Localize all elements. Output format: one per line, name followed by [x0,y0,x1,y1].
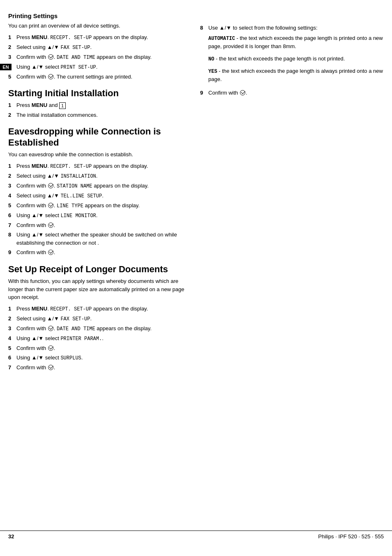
step-item: 1 Press MENU. RECEPT. SET-UP appears on … [8,162,188,170]
step-content: Confirm with . [16,364,188,372]
step-number: 1 [8,305,16,313]
step-item: 4 Select using ▲/▼ TEL.LINE SETUP. [8,192,188,200]
menu-bold: MENU [32,306,47,312]
mono-text: LINE TYPE [57,203,83,209]
step-number: 1 [8,162,16,170]
step-content: The initial installation commences. [16,111,188,119]
step-content: Confirm with . DATE AND TIME appears on … [16,324,188,333]
menu-bold: MENU [32,163,47,169]
automatic-option: AUTOMATIC - the text which exceeds the p… [208,34,384,51]
eavesdropping-title: Eavesdropping while Connection is Establ… [8,126,188,148]
mono-text: DATE AND TIME [57,326,95,332]
printing-settings-intro: You can print an overview of all device … [8,22,188,30]
confirm-icon [240,90,245,95]
step-content: Confirm with . [16,221,188,229]
step-number: 7 [8,221,16,229]
page: EN Printing Settings You can print an ov… [0,0,392,556]
step-item: 2 Select using ▲/▼ FAX SET-UP. [8,43,188,51]
right-col-step8: 8 Use ▲/▼ to select from the following s… [200,25,384,31]
step-number: 9 [200,90,208,96]
step-content: Confirm with . The current settings are … [16,73,188,81]
step-number: 2 [8,111,16,119]
printing-settings-section: Printing Settings You can print an overv… [8,12,188,81]
step-item: 5 Confirm with . [8,344,188,352]
step-item: 3 Confirm with . STATION NAME appears on… [8,182,188,190]
step-item: 4 Using ▲/▼ select PRINT SET-UP. [8,63,188,71]
mono-text: FAX SET-UP [60,316,90,322]
step-number: 3 [8,53,16,61]
confirm-icon [48,203,53,208]
no-desc: - the text which exceeds the page length… [214,56,345,62]
step-item: 7 Confirm with . [8,364,188,372]
menu-bold: MENU [32,34,47,40]
step-content: Confirm with . STATION NAME appears on t… [16,182,188,190]
step-content: Confirm with . [16,344,188,352]
starting-initial-section: Starting Initial Installation 1 Press ME… [8,88,188,119]
step-number: 3 [8,182,16,190]
mono-text: PRINT SET-UP [60,65,96,70]
step-item: 5 Confirm with . LINE TYPE appears on th… [8,202,188,210]
yes-desc: - the text which exceeds the page length… [208,68,383,82]
step-item: 9 Confirm with . [8,248,188,257]
confirm-icon [48,326,53,331]
step-number: 4 [8,192,16,200]
step-number: 8 [200,25,208,31]
mono-text: STATION NAME [57,183,92,189]
step-content: Press MENU. RECEPT. SET-UP appears on th… [16,33,188,42]
set-up-receipt-title: Set Up Receipt of Longer Documents [8,264,188,275]
mono-text: TEL.LINE SETUP [60,193,102,199]
step-content: Confirm with . DATE AND TIME appears on … [16,53,188,61]
eavesdropping-steps: 1 Press MENU. RECEPT. SET-UP appears on … [8,162,188,257]
bottom-bar: 32 Philips · IPF 520 · 525 · 555 [0,531,392,540]
mono-text: INSTALLATION [60,174,96,179]
step-number: 4 [8,334,16,343]
step-item: 2 Select using ▲/▼ INSTALLATION. [8,172,188,180]
confirm-icon [48,74,53,79]
confirm-icon [48,183,53,188]
right-col-step9: 9 Confirm with . [200,90,384,96]
yes-label: YES [208,69,217,74]
mono-text: FAX SET-UP [60,45,90,51]
step-item: 6 Using ▲/▼ select SURPLUS. [8,354,188,362]
left-column: Printing Settings You can print an overv… [8,12,196,531]
eavesdropping-section: Eavesdropping while Connection is Establ… [8,126,188,256]
step-content: Confirm with . LINE TYPE appears on the … [16,202,188,210]
step-item: 1 Press MENU and 1 [8,101,188,109]
step-item: 1 Press MENU. RECEPT. SET-UP appears on … [8,305,188,313]
step-content: Use ▲/▼ to select from the following set… [208,25,384,31]
step-number: 1 [8,101,16,109]
box-number: 1 [59,102,66,109]
step-content: Using ▲/▼ select PRINTER PARAM.. [16,334,188,343]
mono-text: RECEPT. SET-UP [50,35,92,41]
automatic-label: AUTOMATIC [208,36,235,42]
step-number: 2 [8,43,16,51]
step-number: 9 [8,248,16,257]
step-content: Using ▲/▼ select SURPLUS. [16,354,188,362]
step-number: 8 [8,231,16,247]
printing-settings-steps: 1 Press MENU. RECEPT. SET-UP appears on … [8,33,188,81]
confirm-icon [48,222,53,228]
mono-text: DATE AND TIME [57,55,95,60]
eavesdropping-intro: You can eavesdrop while the connection i… [8,151,188,159]
step-number: 5 [8,73,16,81]
step-item: 2 Select using ▲/▼ FAX SET-UP. [8,315,188,323]
confirm-icon [48,250,53,255]
step-item: 3 Confirm with . DATE AND TIME appears o… [8,53,188,61]
step-number: 5 [8,202,16,210]
step-content: Using ▲/▼ select LINE MONITOR. [16,211,188,220]
step-content: Confirm with . [16,248,188,257]
no-label: NO [208,56,214,62]
step-number: 2 [8,172,16,180]
step-item: 1 Press MENU. RECEPT. SET-UP appears on … [8,33,188,42]
confirm-icon [48,365,53,370]
yes-option: YES - the text which exceeds the page le… [208,67,384,83]
starting-initial-steps: 1 Press MENU and 1 2 The initial install… [8,101,188,119]
step-content: Confirm with . [208,90,384,96]
step-number: 7 [8,364,16,372]
step-number: 3 [8,324,16,333]
mono-text: RECEPT. SET-UP [50,164,92,169]
mono-text: SURPLUS [60,355,81,361]
language-badge: EN [0,64,12,70]
confirm-icon [48,345,53,351]
page-number: 32 [8,533,14,540]
